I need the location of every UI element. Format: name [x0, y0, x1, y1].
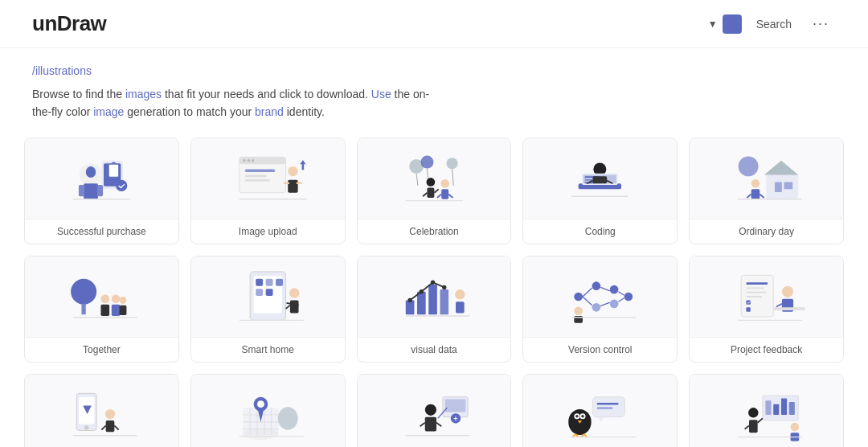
- card-label-visual-data: visual data: [358, 337, 511, 362]
- svg-rect-62: [101, 305, 110, 316]
- svg-line-101: [619, 292, 624, 295]
- svg-point-93: [592, 303, 601, 312]
- svg-point-18: [288, 166, 297, 176]
- svg-line-144: [436, 423, 441, 426]
- svg-line-102: [619, 298, 624, 301]
- svg-rect-112: [747, 307, 751, 311]
- card-image-visual-data: [358, 256, 511, 337]
- svg-line-124: [101, 425, 105, 429]
- card-version-control[interactable]: Version control: [522, 256, 678, 363]
- card-smart-home[interactable]: Smart home: [190, 256, 346, 363]
- svg-marker-51: [764, 161, 799, 175]
- card-growth-analytics[interactable]: Growth analytics: [689, 374, 844, 447]
- card-app-data[interactable]: App data: [24, 374, 179, 447]
- card-project-feedback[interactable]: Project feedback: [689, 256, 844, 363]
- card-server-push[interactable]: + Server push: [357, 374, 512, 447]
- svg-rect-30: [427, 187, 434, 197]
- images-link[interactable]: images: [125, 88, 162, 100]
- svg-point-95: [610, 299, 619, 308]
- card-label-celebration: Celebration: [358, 219, 511, 244]
- svg-point-12: [243, 159, 246, 162]
- svg-point-3: [86, 166, 96, 178]
- svg-line-56: [747, 194, 751, 197]
- svg-rect-19: [288, 180, 297, 193]
- svg-point-137: [257, 400, 264, 408]
- svg-rect-73: [256, 289, 263, 296]
- svg-point-61: [101, 294, 110, 303]
- card-image-project-feedback: [690, 256, 843, 337]
- card-visual-data[interactable]: visual data: [357, 256, 512, 363]
- svg-rect-110: [747, 296, 763, 297]
- svg-point-84: [407, 298, 411, 302]
- svg-line-31: [423, 193, 427, 196]
- svg-point-92: [592, 281, 601, 290]
- svg-point-8: [116, 180, 127, 191]
- svg-rect-83: [440, 289, 448, 314]
- brand-link[interactable]: brand: [255, 105, 284, 118]
- svg-line-175: [745, 425, 749, 429]
- svg-line-36: [448, 194, 452, 197]
- svg-point-33: [440, 179, 449, 188]
- card-image-successful-purchase: [25, 138, 178, 219]
- svg-rect-7: [108, 164, 118, 177]
- card-label-coding: Coding: [523, 219, 677, 244]
- svg-point-24: [420, 155, 433, 168]
- image-link[interactable]: image: [93, 105, 124, 118]
- hero-subtitle: /illustrations: [32, 64, 836, 77]
- svg-rect-107: [747, 282, 768, 285]
- logo: unDraw: [32, 11, 106, 36]
- svg-rect-21: [297, 182, 302, 184]
- card-image-image-upload: [191, 138, 345, 219]
- card-ordinary-day[interactable]: Ordinary day: [689, 137, 844, 244]
- card-image-upload[interactable]: Image upload: [190, 137, 346, 244]
- svg-point-94: [610, 285, 619, 294]
- chevron-down-icon: ▼: [708, 18, 718, 30]
- card-quick-chat[interactable]: Quick chat: [522, 374, 678, 447]
- svg-rect-45: [593, 176, 608, 183]
- color-picker-wrapper[interactable]: ▼: [708, 14, 742, 34]
- svg-line-32: [434, 189, 438, 192]
- svg-rect-170: [781, 398, 787, 414]
- use-link[interactable]: Use: [371, 88, 391, 100]
- svg-point-54: [751, 179, 760, 188]
- card-celebration[interactable]: Celebration: [357, 137, 512, 244]
- card-image-server-push: +: [358, 375, 511, 447]
- svg-rect-76: [290, 300, 299, 313]
- svg-line-174: [758, 418, 763, 422]
- svg-line-35: [437, 194, 441, 197]
- svg-rect-81: [417, 292, 426, 314]
- svg-point-96: [624, 292, 633, 301]
- svg-line-97: [583, 288, 592, 297]
- svg-rect-171: [789, 402, 795, 415]
- card-my-current-location[interactable]: My current location: [190, 374, 346, 447]
- svg-line-77: [285, 305, 289, 308]
- card-image-celebration: [358, 138, 511, 219]
- svg-text:+: +: [453, 415, 457, 423]
- svg-rect-53: [784, 182, 793, 189]
- color-swatch[interactable]: [723, 14, 742, 34]
- svg-rect-146: [444, 399, 465, 412]
- svg-point-85: [419, 289, 423, 293]
- search-button[interactable]: Search: [750, 14, 798, 34]
- svg-rect-109: [747, 292, 767, 293]
- header: unDraw ▼ Search ···: [0, 0, 868, 48]
- card-together[interactable]: Together: [24, 256, 179, 363]
- card-image-ordinary-day: [690, 138, 843, 219]
- svg-rect-64: [112, 305, 121, 316]
- svg-line-143: [420, 423, 424, 426]
- svg-point-14: [252, 159, 255, 162]
- more-button[interactable]: ···: [806, 12, 836, 35]
- svg-rect-72: [276, 279, 283, 286]
- svg-rect-5: [79, 185, 84, 196]
- svg-point-139: [278, 407, 298, 429]
- svg-rect-152: [597, 403, 619, 405]
- svg-point-103: [575, 306, 583, 315]
- hero-description: Browse to find the images that fit your …: [32, 85, 434, 121]
- card-successful-purchase[interactable]: Successful purchase: [24, 137, 179, 244]
- svg-rect-52: [775, 182, 782, 191]
- card-image-coding: [523, 138, 677, 219]
- svg-rect-11: [240, 157, 286, 164]
- svg-rect-82: [428, 285, 437, 314]
- card-coding[interactable]: Coding: [522, 137, 678, 244]
- card-label-project-feedback: Project feedback: [690, 337, 843, 362]
